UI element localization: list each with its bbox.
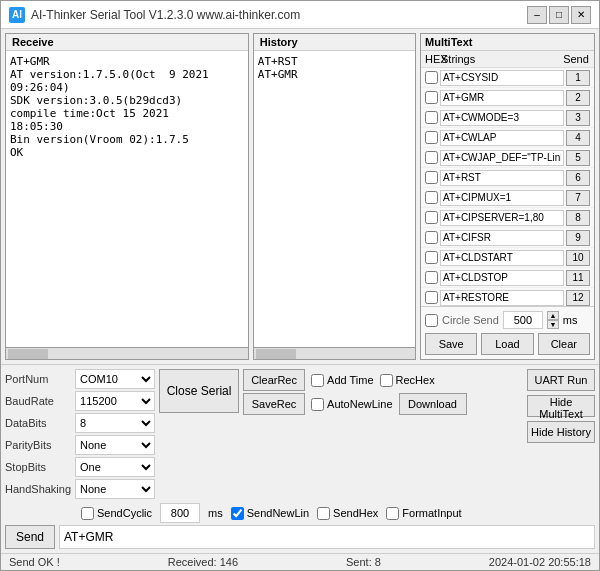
- mt-hex-checkbox-5[interactable]: [425, 151, 438, 164]
- stopbits-select[interactable]: One: [75, 457, 155, 477]
- receive-label: Receive: [6, 34, 248, 51]
- mt-send-button-6[interactable]: 6: [566, 170, 590, 186]
- mt-send-button-3[interactable]: 3: [566, 110, 590, 126]
- history-textarea[interactable]: AT+RST AT+GMR: [254, 51, 415, 347]
- load-button[interactable]: Load: [481, 333, 533, 355]
- download-button[interactable]: Download: [399, 393, 467, 415]
- sendcyclic-checkbox[interactable]: [81, 507, 94, 520]
- autonewline-checkbox[interactable]: [311, 398, 324, 411]
- mt-hex-checkbox-4[interactable]: [425, 131, 438, 144]
- mt-hex-checkbox-3[interactable]: [425, 111, 438, 124]
- spinner-up-button[interactable]: ▲: [547, 311, 559, 320]
- addtime-check-label[interactable]: Add Time: [311, 374, 373, 387]
- sendcyclic-input[interactable]: [160, 503, 200, 523]
- mt-string-input-6[interactable]: [440, 170, 564, 186]
- clearrec-button[interactable]: ClearRec: [243, 369, 305, 391]
- title-bar-left: AI AI-Thinker Serial Tool V1.2.3.0 www.a…: [9, 7, 300, 23]
- mt-string-input-7[interactable]: [440, 190, 564, 206]
- mt-rows: 12345678910111213: [421, 68, 594, 306]
- databits-select[interactable]: 8: [75, 413, 155, 433]
- handshaking-select[interactable]: None: [75, 479, 155, 499]
- rec-row-1: ClearRec Add Time RecHex: [243, 369, 523, 391]
- mt-string-input-10[interactable]: [440, 250, 564, 266]
- mt-string-input-3[interactable]: [440, 110, 564, 126]
- sendcyclic-check-label[interactable]: SendCyclic: [81, 507, 152, 520]
- mt-send-button-1[interactable]: 1: [566, 70, 590, 86]
- mt-string-input-9[interactable]: [440, 230, 564, 246]
- formatinput-check-label[interactable]: FormatInput: [386, 507, 461, 520]
- sendnewline-check-label[interactable]: SendNewLin: [231, 507, 309, 520]
- autonewline-check-label[interactable]: AutoNewLine: [311, 398, 392, 411]
- receive-scrollbar-h[interactable]: [6, 347, 248, 359]
- mt-send-button-4[interactable]: 4: [566, 130, 590, 146]
- send-input[interactable]: [59, 525, 595, 549]
- sendhex-check-label[interactable]: SendHex: [317, 507, 378, 520]
- sendnewline-checkbox[interactable]: [231, 507, 244, 520]
- mt-send-button-10[interactable]: 10: [566, 250, 590, 266]
- addtime-checkbox[interactable]: [311, 374, 324, 387]
- history-label: History: [254, 34, 415, 51]
- main-window: AI AI-Thinker Serial Tool V1.2.3.0 www.a…: [0, 0, 600, 571]
- sendhex-checkbox[interactable]: [317, 507, 330, 520]
- mt-hex-checkbox-9[interactable]: [425, 231, 438, 244]
- mt-hex-checkbox-10[interactable]: [425, 251, 438, 264]
- hide-history-button[interactable]: Hide History: [527, 421, 595, 443]
- baudrate-select[interactable]: 115200: [75, 391, 155, 411]
- addtime-label: Add Time: [327, 374, 373, 386]
- mt-string-input-1[interactable]: [440, 70, 564, 86]
- mt-hex-checkbox-6[interactable]: [425, 171, 438, 184]
- send-button[interactable]: Send: [5, 525, 55, 549]
- right-buttons: UART Run Hide MultiText Hide History: [527, 369, 595, 443]
- mt-hex-checkbox-8[interactable]: [425, 211, 438, 224]
- mt-string-input-2[interactable]: [440, 90, 564, 106]
- history-panel: History AT+RST AT+GMR: [253, 33, 416, 360]
- mt-row: 6: [421, 168, 594, 188]
- rechex-checkbox[interactable]: [380, 374, 393, 387]
- mt-hex-checkbox-12[interactable]: [425, 291, 438, 304]
- formatinput-checkbox[interactable]: [386, 507, 399, 520]
- mt-row: 11: [421, 268, 594, 288]
- circle-send-checkbox[interactable]: [425, 314, 438, 327]
- mt-string-input-8[interactable]: [440, 210, 564, 226]
- autonewline-label: AutoNewLine: [327, 398, 392, 410]
- mt-send-button-11[interactable]: 11: [566, 270, 590, 286]
- mt-hex-checkbox-1[interactable]: [425, 71, 438, 84]
- saverec-button[interactable]: SaveRec: [243, 393, 305, 415]
- hide-multitext-button[interactable]: Hide MultiText: [527, 395, 595, 417]
- mt-string-input-5[interactable]: [440, 150, 564, 166]
- mt-hex-checkbox-7[interactable]: [425, 191, 438, 204]
- mt-send-button-12[interactable]: 12: [566, 290, 590, 306]
- minimize-button[interactable]: –: [527, 6, 547, 24]
- portnum-select[interactable]: COM10: [75, 369, 155, 389]
- sendcyclic-label: SendCyclic: [97, 507, 152, 519]
- circle-send-time-input[interactable]: [503, 311, 543, 329]
- receive-textarea[interactable]: AT+GMR AT version:1.7.5.0(Oct 9 2021 09:…: [6, 51, 248, 347]
- maximize-button[interactable]: □: [549, 6, 569, 24]
- clear-button[interactable]: Clear: [538, 333, 590, 355]
- paritybits-select[interactable]: None: [75, 435, 155, 455]
- mt-string-input-4[interactable]: [440, 130, 564, 146]
- mt-hex-checkbox-11[interactable]: [425, 271, 438, 284]
- mt-hex-checkbox-2[interactable]: [425, 91, 438, 104]
- databits-label: DataBits: [5, 417, 71, 429]
- spinner-down-button[interactable]: ▼: [547, 320, 559, 329]
- mt-send-button-8[interactable]: 8: [566, 210, 590, 226]
- mt-send-button-9[interactable]: 9: [566, 230, 590, 246]
- rechex-check-label[interactable]: RecHex: [380, 374, 435, 387]
- mt-row: 5: [421, 148, 594, 168]
- rec-controls: ClearRec Add Time RecHex SaveRec AutoNew…: [243, 369, 523, 415]
- settings-grid: PortNum COM10 BaudRate 115200 DataBits 8…: [5, 369, 155, 499]
- mt-string-input-12[interactable]: [440, 290, 564, 306]
- uart-run-button[interactable]: UART Run: [527, 369, 595, 391]
- title-bar: AI AI-Thinker Serial Tool V1.2.3.0 www.a…: [1, 1, 599, 29]
- history-scrollbar-h[interactable]: [254, 347, 415, 359]
- mt-send-button-5[interactable]: 5: [566, 150, 590, 166]
- close-button[interactable]: ✕: [571, 6, 591, 24]
- mt-send-button-2[interactable]: 2: [566, 90, 590, 106]
- mt-action-row: Save Load Clear: [425, 333, 590, 355]
- mt-send-button-7[interactable]: 7: [566, 190, 590, 206]
- save-button[interactable]: Save: [425, 333, 477, 355]
- mt-string-input-11[interactable]: [440, 270, 564, 286]
- mt-circle-row: Circle Send ▲ ▼ ms: [425, 311, 590, 329]
- close-serial-button[interactable]: Close Serial: [159, 369, 239, 413]
